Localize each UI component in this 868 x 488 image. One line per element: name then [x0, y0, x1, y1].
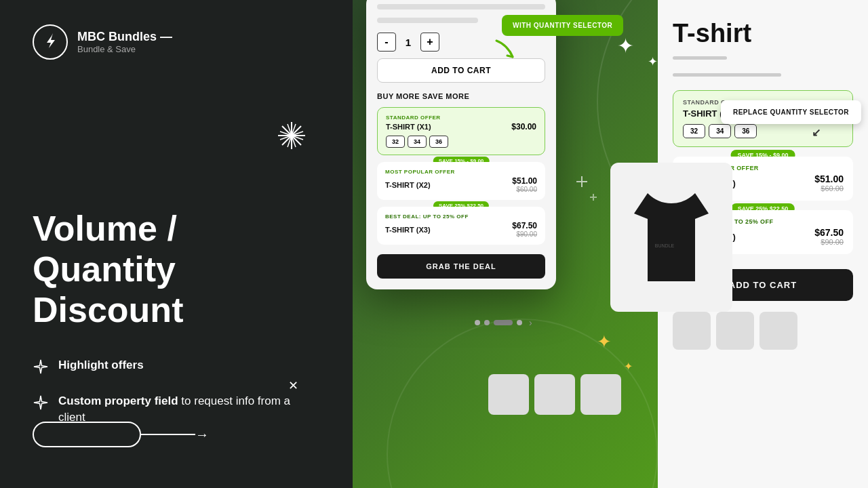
detail-size-36[interactable]: 36 — [734, 124, 757, 138]
sparkle-deco-1: ✦ — [617, 34, 634, 58]
brand-name: MBC Bundles — — [77, 30, 172, 45]
plus-deco-1: ✕ — [288, 378, 298, 393]
sparkle-deco-2: ✦ — [648, 54, 658, 69]
feature-item-1: Highlight offers — [33, 357, 320, 381]
modal-offer-1-row: T-SHIRT (X1) $30.00 — [386, 122, 536, 131]
cross-deco-1 — [576, 176, 587, 190]
modal-offer-3-price: $67.50 — [512, 221, 537, 230]
brand-tagline: Bundle & Save — [77, 44, 172, 54]
modal-offer-2-price: $51.00 — [512, 176, 537, 186]
logo-icon — [33, 24, 68, 60]
modal-offer-2-wrapper: SAVE 15% - $9.00 MOST POPULAR OFFER T-SH… — [377, 162, 545, 200]
detail-bar-2 — [673, 73, 781, 77]
modal-add-to-cart-button[interactable]: ADD TO CART — [377, 58, 545, 83]
green-pointer — [494, 38, 518, 65]
hero-title: Volume / Quantity Discount — [33, 209, 320, 330]
cross-deco-2 — [590, 191, 597, 203]
starburst-decoration — [277, 121, 307, 153]
size-btn-36[interactable]: 36 — [429, 136, 448, 148]
sparkle-icon-2 — [33, 394, 49, 417]
scroll-indicator: › — [475, 317, 532, 328]
modal-offer-2-row: T-SHIRT (X2) $51.00 $60.00 — [385, 176, 537, 193]
bubble-arrow: ↙ — [812, 126, 821, 139]
sparkle-deco-4: ✦ — [624, 360, 633, 373]
modal-offer-3-row: T-SHIRT (X3) $67.50 $90.00 — [385, 221, 537, 238]
detail-product-title: T-shirt — [673, 19, 853, 48]
sparkle-icon-1 — [33, 359, 49, 381]
product-image-area: BUNDLE — [610, 163, 746, 352]
modal-offer-2-strike: $60.00 — [512, 186, 537, 193]
modal-offer-2-label: MOST POPULAR OFFER — [385, 169, 537, 175]
modal-offer-2-name: T-SHIRT (X2) — [385, 181, 431, 189]
detail-offer-2-pricing: $51.00 $60.00 — [814, 174, 844, 192]
center-modal: - 1 + ADD TO CART BUY MORE SAVE MORE STA… — [366, 0, 556, 289]
detail-thumb-3 — [760, 312, 797, 350]
svg-text:BUNDLE: BUNDLE — [655, 243, 675, 248]
modal-offer-2-pricing: $51.00 $60.00 — [512, 176, 537, 193]
grab-deal-button[interactable]: GRAB THE DEAL — [377, 254, 545, 279]
modal-offer-1-sizes: 32 34 36 — [386, 136, 536, 148]
feature-label-1: Highlight offers — [58, 357, 144, 373]
tshirt-svg: BUNDLE — [627, 186, 715, 288]
detail-offer-3-price: $67.50 — [814, 227, 844, 238]
replace-quantity-selector-bubble: REPLACE QUANTITY SELECTOR ↙ — [721, 100, 861, 124]
quantity-plus-button[interactable]: + — [420, 33, 439, 52]
logo-area: MBC Bundles — Bundle & Save — [33, 24, 320, 60]
modal-offer-3-label: BEST DEAL: UP TO 25% OFF — [385, 214, 537, 220]
with-quantity-selector-bubble: WITH QUANTITY SELECTOR — [502, 15, 623, 36]
detail-offer-2-strike: $60.00 — [814, 184, 844, 192]
modal-top-bar-1 — [377, 4, 545, 9]
thumbnail-row — [488, 374, 621, 415]
modal-offer-1-price: $30.00 — [511, 122, 536, 131]
arrow-head: → — [195, 427, 209, 443]
detail-size-32[interactable]: 32 — [683, 124, 705, 138]
modal-offer-3-strike: $90.00 — [512, 230, 537, 238]
detail-bar-1 — [673, 56, 727, 60]
size-btn-32[interactable]: 32 — [386, 136, 405, 148]
modal-offer-2[interactable]: MOST POPULAR OFFER T-SHIRT (X2) $51.00 $… — [377, 162, 545, 200]
modal-offer-3-name: T-SHIRT (X3) — [385, 226, 431, 234]
quantity-value: 1 — [401, 37, 415, 48]
modal-offer-1-name: T-SHIRT (X1) — [386, 123, 431, 131]
arrow-pill — [33, 422, 141, 447]
buy-more-title: BUY MORE SAVE MORE — [377, 92, 545, 100]
modal-offer-3[interactable]: BEST DEAL: UP TO 25% OFF T-SHIRT (X3) $6… — [377, 207, 545, 245]
left-panel: MBC Bundles — Bundle & Save Volume / Qua… — [0, 0, 353, 488]
detail-offer-2-price: $51.00 — [814, 174, 844, 184]
thumb-3 — [580, 374, 621, 415]
modal-offer-3-pricing: $67.50 $90.00 — [512, 221, 537, 238]
quantity-minus-button[interactable]: - — [377, 33, 396, 52]
feature-item-2: Custom property field to request info fr… — [33, 393, 320, 426]
modal-offer-1-label: STANDARD OFFER — [386, 115, 536, 121]
features-list: Highlight offers Custom property field t… — [33, 357, 320, 425]
detail-offer-3-strike: $90.00 — [814, 238, 844, 246]
product-image-bg: BUNDLE — [610, 163, 732, 312]
modal-offer-1[interactable]: STANDARD OFFER T-SHIRT (X1) $30.00 32 34… — [377, 107, 545, 155]
sparkle-deco-3: ✦ — [597, 331, 612, 352]
modal-top-bar-2 — [377, 18, 478, 23]
detail-offer-3-pricing: $67.50 $90.00 — [814, 227, 844, 246]
modal-offer-3-wrapper: SAVE 25% $22.50 BEST DEAL: UP TO 25% OFF… — [377, 207, 545, 245]
hero-section: Volume / Quantity Discount Highlight off… — [33, 127, 320, 466]
arrow-decoration: → — [33, 422, 209, 447]
logo-text: MBC Bundles — Bundle & Save — [77, 30, 172, 55]
feature-label-2: Custom property field to request info fr… — [58, 393, 320, 426]
right-panel: ✦ ✦ ✦ ✦ WITH QUANTITY SELECTOR REPLACE Q… — [353, 0, 868, 488]
thumb-2 — [534, 374, 575, 415]
arrow-line — [141, 434, 195, 435]
detail-size-34[interactable]: 34 — [709, 124, 731, 138]
thumb-1 — [488, 374, 529, 415]
size-btn-34[interactable]: 34 — [408, 136, 427, 148]
